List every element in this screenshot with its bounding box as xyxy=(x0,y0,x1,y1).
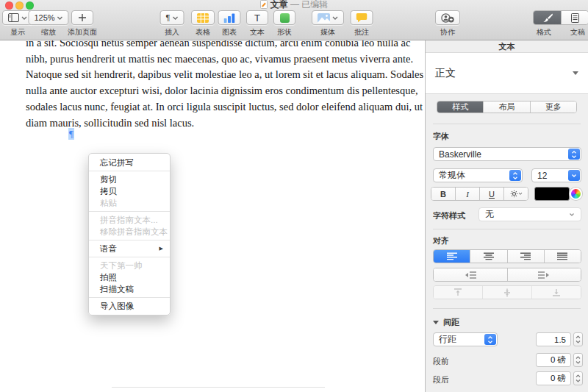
char-style-label: 字符样式 xyxy=(433,210,465,221)
color-wheel-button[interactable] xyxy=(570,188,582,200)
font-style-select[interactable]: 常规体 xyxy=(433,168,523,182)
italic-button[interactable]: I xyxy=(455,188,479,200)
align-left-icon xyxy=(447,252,457,260)
shape-button[interactable]: 形状 xyxy=(273,10,295,38)
bold-button[interactable]: B xyxy=(431,188,455,200)
selected-pilcrow[interactable]: ¶ xyxy=(68,128,74,140)
menu-item-cut[interactable]: 剪切 xyxy=(89,174,170,185)
char-style-dropdown[interactable]: 无 xyxy=(478,207,581,221)
font-style-value: 常规体 xyxy=(439,169,465,182)
document-canvas[interactable]: in a sit. Sociosqu netus semper aenean s… xyxy=(0,40,424,392)
space-before-value-field[interactable]: 0 磅 xyxy=(536,353,571,367)
divider xyxy=(433,124,581,124)
doc-line: diam mauris, sollicitudin sed nisl lacus… xyxy=(26,115,379,132)
text-box-button[interactable]: T 文本 xyxy=(246,10,268,38)
stepper-icon[interactable] xyxy=(509,170,521,181)
chevron-down-icon xyxy=(172,16,178,20)
collaborate-button[interactable]: 协作 xyxy=(435,10,460,38)
titlebar-toolbar: 文章 — 已编辑 显示 125% 缩放 添加页面 ¶ 插入 表格 xyxy=(0,0,588,40)
alignment-section-label: 对齐 xyxy=(433,235,449,246)
chevron-down-icon[interactable] xyxy=(568,170,580,181)
chart-button[interactable]: 图表 xyxy=(218,10,241,38)
table-icon xyxy=(197,13,209,23)
advanced-options-button[interactable] xyxy=(503,188,528,200)
table-button[interactable]: 表格 xyxy=(191,10,215,38)
align-justify-button[interactable] xyxy=(544,250,581,263)
tab-layout[interactable]: 布局 xyxy=(483,101,529,113)
font-size-combo[interactable]: 12 xyxy=(531,168,581,182)
inspector-switch: 格式 文稿 xyxy=(533,10,588,38)
format-inspector: 文本 正文 样式 布局 更多 字体 Baskerville 常规体 12 B I… xyxy=(425,40,588,392)
menu-separator xyxy=(89,257,170,257)
space-before-stepper[interactable] xyxy=(573,353,583,367)
text-T-icon: T xyxy=(254,13,260,24)
spacing-section-header[interactable]: 间距 xyxy=(433,317,459,328)
space-after-value-field[interactable]: 0 磅 xyxy=(536,371,571,385)
comment-button[interactable]: 批注 xyxy=(351,10,373,38)
line-spacing-stepper[interactable] xyxy=(573,332,583,346)
align-left-button[interactable] xyxy=(434,250,470,263)
align-middle-icon xyxy=(503,288,512,297)
add-page-button[interactable]: 添加页面 xyxy=(68,10,97,38)
pages-document-icon xyxy=(260,0,268,9)
menu-item-take-photo[interactable]: 拍照 xyxy=(89,271,170,283)
line-spacing-select[interactable]: 行距 xyxy=(433,332,498,346)
menu-separator xyxy=(89,240,170,240)
spacing-section-label: 间距 xyxy=(443,317,459,328)
decrease-indent-button[interactable] xyxy=(434,268,507,281)
pilcrow-icon: ¶ xyxy=(166,13,171,22)
menu-item-copy[interactable]: 拷贝 xyxy=(89,185,170,197)
align-right-button[interactable] xyxy=(507,250,544,263)
context-menu: 忘记拼写 剪切 拷贝 粘贴 拼音指南文本... 移除拼音指南文本 语音 ▶ 天下… xyxy=(88,153,171,316)
font-color-well[interactable] xyxy=(534,187,570,201)
menu-item-phonetic-guide: 拼音指南文本... xyxy=(89,214,170,226)
plus-icon xyxy=(78,13,87,22)
divider xyxy=(433,308,581,309)
divider xyxy=(433,229,581,229)
indent-buttons xyxy=(433,268,581,282)
paragraph-style-dropdown[interactable]: 正文 xyxy=(426,53,588,94)
line-spacing-label: 行距 xyxy=(439,333,456,346)
zoom-value: 125% xyxy=(34,13,54,22)
menu-item-paste: 粘贴 xyxy=(89,197,170,209)
menu-item-speech[interactable]: 语音 ▶ xyxy=(89,243,170,254)
stepper-icon[interactable] xyxy=(568,149,580,160)
stepper-icon[interactable] xyxy=(484,334,496,345)
format-button[interactable] xyxy=(534,11,561,24)
align-top-button xyxy=(434,286,482,299)
doc-line: sodales lacus nunc, feugiat at. In orci … xyxy=(26,99,379,115)
char-style-value: 无 xyxy=(485,208,494,221)
doc-line: nibh, purus hendrerit ut mattis nec maec… xyxy=(26,51,379,68)
doc-line: nulla ante auctor excepturi wisi, dolor … xyxy=(26,83,379,99)
submenu-arrow-icon: ▶ xyxy=(159,243,163,254)
view-panes-icon xyxy=(8,13,19,22)
align-top-icon xyxy=(453,288,462,296)
align-center-icon xyxy=(484,252,494,260)
increase-indent-button[interactable] xyxy=(507,268,581,281)
inspector-title: 文本 xyxy=(426,40,588,53)
space-before-label: 段前 xyxy=(433,356,449,367)
menu-item-import-image[interactable]: 导入图像 xyxy=(89,300,170,312)
media-menu[interactable]: 媒体 xyxy=(312,10,344,38)
disclosure-triangle-icon[interactable] xyxy=(433,321,439,324)
menu-item-scan-document[interactable]: 扫描文稿 xyxy=(89,283,170,295)
align-center-button[interactable] xyxy=(470,250,506,263)
font-family-value: Baskerville xyxy=(439,149,481,160)
tab-style[interactable]: 样式 xyxy=(437,101,483,113)
chevron-down-icon xyxy=(518,192,523,196)
document-button[interactable] xyxy=(561,11,588,24)
document-text[interactable]: in a sit. Sociosqu netus semper aenean s… xyxy=(26,35,379,131)
space-after-stepper[interactable] xyxy=(573,371,583,385)
zoom-menu[interactable]: 125% 缩放 xyxy=(28,10,68,38)
space-after-label: 段后 xyxy=(433,374,449,385)
line-spacing-value-field[interactable]: 1.5 xyxy=(536,332,571,346)
menu-item-learn-spelling[interactable]: 忘记拼写 xyxy=(89,157,170,168)
font-family-select[interactable]: Baskerville xyxy=(433,147,581,161)
chevron-down-icon xyxy=(21,16,27,20)
tab-more[interactable]: 更多 xyxy=(530,101,576,113)
chevron-down-icon xyxy=(569,213,575,217)
insert-menu[interactable]: ¶ 插入 xyxy=(160,10,184,38)
underline-button[interactable]: U xyxy=(479,188,503,200)
doc-line: Natoque sed sit hendrerit, dapibus velit… xyxy=(26,67,379,83)
window-title: 文章 — 已编辑 xyxy=(0,0,588,10)
